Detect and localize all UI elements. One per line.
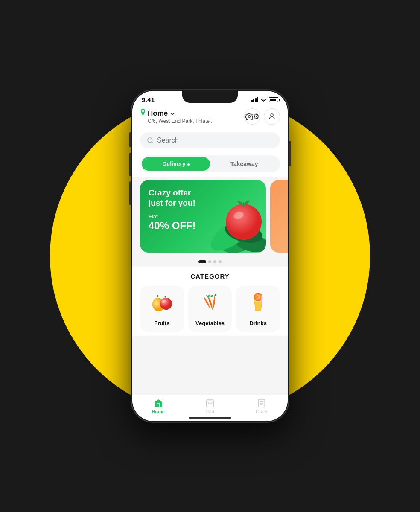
volume-up-button <box>129 153 131 176</box>
volume-down-button <box>129 181 131 205</box>
delivery-tab[interactable]: Delivery <box>142 157 210 171</box>
cart-nav-label: Cart <box>206 409 215 414</box>
banner-heading: Crazy offer just for you! <box>149 188 208 208</box>
vegetables-label: Vegetables <box>195 320 225 326</box>
fruits-icon <box>151 293 173 316</box>
svg-point-0 <box>263 101 264 102</box>
notch <box>182 91 238 103</box>
banner-veggies-illustration <box>201 188 266 253</box>
signal-icon <box>251 97 259 102</box>
category-item-drinks[interactable]: Drinks <box>236 286 280 332</box>
fruits-label: Fruits <box>154 320 169 326</box>
category-section: CATEGORY <box>132 267 288 336</box>
category-item-vegetables[interactable]: Vegetables <box>188 286 232 332</box>
search-icon <box>147 137 154 144</box>
status-time: 9:41 <box>142 96 155 103</box>
search-section <box>132 129 288 153</box>
home-indicator <box>189 417 231 419</box>
wifi-icon <box>260 97 267 102</box>
dot-2 <box>208 260 211 263</box>
profile-button[interactable] <box>264 108 280 125</box>
battery-icon <box>269 97 278 102</box>
scroll-content[interactable]: Home C/6, West End Park, Thlatej.. <box>132 105 288 406</box>
header-actions: ⚙ <box>244 108 280 125</box>
location-pin-icon <box>140 109 146 118</box>
dot-4 <box>219 260 222 263</box>
category-grid: Fruits <box>140 286 280 332</box>
search-input[interactable] <box>157 137 273 144</box>
home-nav-label: Home <box>152 409 165 414</box>
settings-button[interactable]: ⚙ <box>244 108 260 125</box>
nav-home[interactable]: Home <box>132 399 184 414</box>
screen-inner: 9:41 <box>132 91 288 421</box>
cart-nav-icon <box>205 399 215 408</box>
silent-button <box>129 132 131 147</box>
home-nav-icon <box>154 399 163 408</box>
svg-point-2 <box>271 114 273 116</box>
order-nav-icon <box>257 399 266 408</box>
svg-point-9 <box>226 204 262 240</box>
svg-point-1 <box>248 116 250 118</box>
banner-scroll[interactable]: Crazy offer just for you! Flat 40% OFF! <box>132 178 288 254</box>
main-banner-card[interactable]: Crazy offer just for you! Flat 40% OFF! <box>140 180 266 253</box>
power-button <box>289 141 291 166</box>
phone-screen: 9:41 <box>132 91 288 421</box>
banner-section: Crazy offer just for you! Flat 40% OFF! <box>132 177 288 258</box>
location-chevron-icon <box>170 111 175 116</box>
drinks-label: Drinks <box>249 320 266 326</box>
svg-rect-11 <box>243 203 245 207</box>
vegetables-icon <box>199 293 221 316</box>
delivery-tabs: Delivery Takeaway <box>132 153 288 177</box>
secondary-banner-card[interactable] <box>270 180 288 253</box>
svg-rect-24 <box>261 295 262 305</box>
bottom-spacer <box>132 336 288 370</box>
svg-point-15 <box>160 298 172 310</box>
category-title: CATEGORY <box>140 273 280 280</box>
svg-point-3 <box>148 138 152 143</box>
tabs-container: Delivery Takeaway <box>140 155 280 172</box>
status-icons <box>251 97 279 102</box>
location-section: Home C/6, West End Park, Thlatej.. <box>140 109 244 124</box>
order-nav-label: Order <box>256 409 268 414</box>
app-header: Home C/6, West End Park, Thlatej.. <box>132 105 288 129</box>
category-item-fruits[interactable]: Fruits <box>140 286 184 332</box>
phone-frame: 9:41 <box>131 90 289 422</box>
phone-wrapper: 9:41 <box>131 90 289 422</box>
drinks-icon <box>247 293 269 316</box>
dot-3 <box>213 260 216 263</box>
nav-order[interactable]: Order <box>236 399 288 414</box>
banner-dots <box>132 258 288 267</box>
nav-cart[interactable]: Cart <box>184 399 236 414</box>
takeaway-tab[interactable]: Takeaway <box>210 157 278 171</box>
location-title[interactable]: Home <box>140 109 244 118</box>
dot-1 <box>198 260 206 263</box>
location-address: C/6, West End Park, Thlatej.. <box>140 118 244 124</box>
location-name: Home <box>148 109 168 118</box>
search-bar[interactable] <box>140 132 280 148</box>
